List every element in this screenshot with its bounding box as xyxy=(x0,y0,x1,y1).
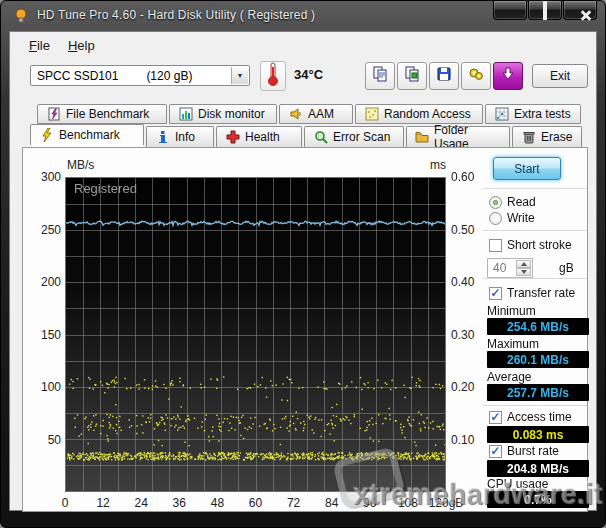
separator xyxy=(483,405,587,407)
transfer-rate-checkbox[interactable]: Transfer rate xyxy=(489,286,575,300)
radio-dot-icon xyxy=(489,196,502,209)
y-right-tick: 0.20 xyxy=(451,380,474,394)
short-stroke-size-input[interactable]: 40 xyxy=(487,258,533,278)
start-button[interactable]: Start xyxy=(493,157,561,180)
save-button[interactable] xyxy=(429,62,459,90)
tab-file-benchmark[interactable]: File Benchmark xyxy=(37,104,167,124)
checkbox-checked-icon xyxy=(489,287,502,300)
copy-icon xyxy=(372,66,388,86)
x-axis-tick: 60 xyxy=(236,496,276,510)
maximize-button[interactable] xyxy=(528,1,562,20)
maximum-label: Maximum xyxy=(487,337,539,351)
exit-button[interactable]: Exit xyxy=(532,64,588,88)
temperature-value: 34°C xyxy=(294,67,323,82)
radio-dot-icon xyxy=(489,212,502,225)
thermometer-icon xyxy=(267,61,279,91)
y-left-tick: 50 xyxy=(23,433,61,447)
write-radio[interactable]: Write xyxy=(489,211,535,225)
save-icon xyxy=(436,66,452,86)
x-axis-tick: 84 xyxy=(312,496,352,510)
menu-bar: FileHelp xyxy=(10,32,596,58)
file-lightning-icon xyxy=(46,107,61,121)
cpu-usage-value: 0.7% xyxy=(487,491,589,508)
drive-name: SPCC SSD101 xyxy=(37,69,118,83)
spinner-up-icon[interactable] xyxy=(516,260,531,268)
spinner-down-icon[interactable] xyxy=(516,268,531,276)
x-axis-tick: 12 xyxy=(83,496,123,510)
menu-file[interactable]: File xyxy=(20,35,59,56)
tab-error-scan[interactable]: Error Scan xyxy=(304,126,404,147)
x-axis-tick: 0 xyxy=(45,496,85,510)
short-stroke-unit: gB xyxy=(559,261,574,275)
x-axis-tick: 36 xyxy=(159,496,199,510)
maximize-icon xyxy=(543,1,547,19)
y-left-tick: 100 xyxy=(23,380,61,394)
copy-button[interactable] xyxy=(365,62,395,90)
magnifier-icon xyxy=(313,130,328,144)
y-right-tick: 0.30 xyxy=(451,328,474,342)
download-button[interactable] xyxy=(493,62,523,90)
grid-chart-icon xyxy=(494,107,509,121)
access-time-value: 0.083 ms xyxy=(487,426,589,443)
gears-icon xyxy=(468,66,484,86)
title-bar: HD Tune Pro 4.60 - Hard Disk Utility ( R… xyxy=(1,1,605,29)
health-cross-icon xyxy=(225,130,240,144)
drive-capacity: (120 gB) xyxy=(146,69,192,83)
app-icon xyxy=(13,7,29,23)
read-radio[interactable]: Read xyxy=(489,195,536,209)
average-label: Average xyxy=(487,370,531,384)
burst-rate-checkbox[interactable]: Burst rate xyxy=(489,444,559,458)
x-axis-tick: 108 xyxy=(388,496,428,510)
folder-icon xyxy=(415,130,429,144)
copy-image-button[interactable] xyxy=(397,62,427,90)
separator xyxy=(483,278,587,280)
checkbox-checked-icon xyxy=(489,411,502,424)
close-button[interactable] xyxy=(563,1,597,20)
access-time-checkbox[interactable]: Access time xyxy=(489,410,572,424)
tab-disk-monitor[interactable]: Disk monitor xyxy=(169,104,277,124)
tab-info[interactable]: Info xyxy=(146,126,214,147)
chevron-down-icon[interactable]: ▼ xyxy=(231,67,248,84)
temperature-indicator xyxy=(260,61,286,91)
x-axis-tick: 72 xyxy=(274,496,314,510)
y-left-tick: 250 xyxy=(23,223,61,237)
y-right-axis-label: ms xyxy=(418,158,446,172)
tab-erase[interactable]: Erase xyxy=(512,126,582,147)
tab-aam[interactable]: AAM xyxy=(279,104,353,124)
menu-help[interactable]: Help xyxy=(59,35,104,56)
tab-extra-tests[interactable]: Extra tests xyxy=(485,104,581,124)
benchmark-panel: MB/s ms Registered 300250200150100500.60… xyxy=(22,147,588,512)
tab-folder-usage[interactable]: Folder Usage xyxy=(406,126,510,147)
y-right-tick: 0.60 xyxy=(451,170,474,184)
y-left-tick: 150 xyxy=(23,328,61,342)
tab-row-secondary: File BenchmarkDisk monitorAAMRandom Acce… xyxy=(37,104,581,124)
tab-benchmark[interactable]: Benchmark xyxy=(30,124,144,145)
y-right-tick: 0.40 xyxy=(451,275,474,289)
copy-image-icon xyxy=(404,66,420,86)
registered-overlay: Registered xyxy=(74,181,137,196)
minimum-value: 254.6 MB/s xyxy=(487,318,589,335)
checkbox-icon xyxy=(489,239,502,252)
window-title: HD Tune Pro 4.60 - Hard Disk Utility ( R… xyxy=(37,8,315,22)
tab-random-access[interactable]: Random Access xyxy=(355,104,483,124)
random-dots-icon xyxy=(364,107,379,121)
bar-chart-icon xyxy=(178,107,193,121)
toolbar: SPCC SSD101 (120 gB) ▼ 34°C Exit xyxy=(10,58,596,104)
speaker-icon xyxy=(288,107,303,121)
minimum-label: Minimum xyxy=(487,304,536,318)
y-right-tick: 0.50 xyxy=(451,223,474,237)
drive-select-dropdown[interactable]: SPCC SSD101 (120 gB) ▼ xyxy=(30,65,250,86)
minimize-button[interactable] xyxy=(493,1,527,20)
average-value: 257.7 MB/s xyxy=(487,384,589,401)
down-arrow-icon xyxy=(500,66,516,86)
options-button[interactable] xyxy=(461,62,491,90)
separator xyxy=(483,230,587,232)
short-stroke-checkbox[interactable]: Short stroke xyxy=(489,238,572,252)
app-window: HD Tune Pro 4.60 - Hard Disk Utility ( R… xyxy=(0,0,606,528)
maximum-value: 260.1 MB/s xyxy=(487,351,589,368)
x-axis-tick: 24 xyxy=(121,496,161,510)
info-icon xyxy=(155,130,170,144)
tab-row-primary: BenchmarkInfoHealthError ScanFolder Usag… xyxy=(30,126,582,147)
x-axis-tick: 96 xyxy=(350,496,390,510)
tab-health[interactable]: Health xyxy=(216,126,302,147)
